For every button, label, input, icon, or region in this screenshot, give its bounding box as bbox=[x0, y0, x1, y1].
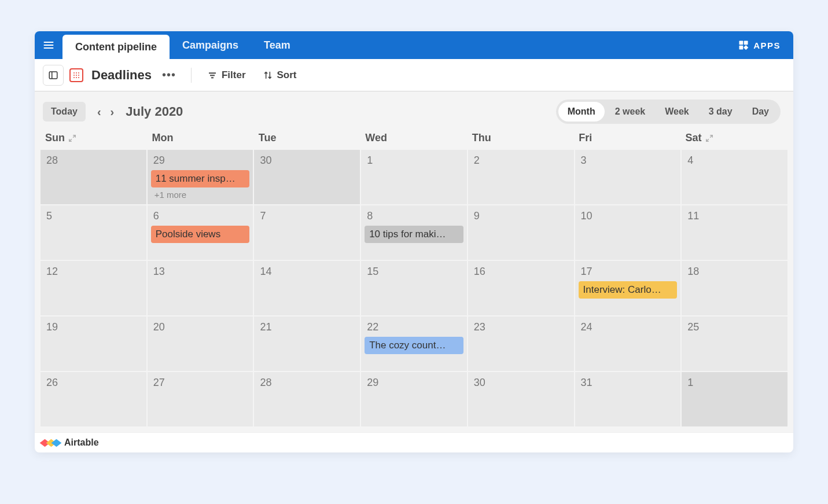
calendar-cell[interactable]: 7 bbox=[254, 205, 360, 260]
svg-rect-5 bbox=[739, 46, 744, 50]
calendar-cell[interactable]: 1 bbox=[682, 372, 787, 426]
view-mode-3day[interactable]: 3 day bbox=[700, 102, 742, 122]
day-number: 9 bbox=[472, 209, 571, 223]
calendar-cell[interactable]: 26 bbox=[41, 372, 146, 426]
svg-rect-4 bbox=[744, 41, 748, 45]
day-number: 28 bbox=[44, 153, 143, 168]
prev-month-button[interactable]: ‹ bbox=[94, 103, 105, 121]
calendar-cell[interactable]: 30 bbox=[254, 150, 360, 204]
day-number: 21 bbox=[257, 320, 356, 334]
day-number: 28 bbox=[257, 376, 356, 390]
calendar-cell[interactable]: 2911 summer insp…+1 more bbox=[148, 150, 253, 204]
calendar-cell[interactable]: 18 bbox=[682, 261, 787, 315]
calendar-cell[interactable]: 30 bbox=[468, 372, 574, 426]
day-number: 16 bbox=[472, 264, 571, 279]
view-options-button[interactable]: ••• bbox=[157, 68, 181, 82]
tab-bar: Content pipeline Campaigns Team bbox=[62, 31, 303, 59]
svg-rect-3 bbox=[739, 41, 744, 45]
dayname-header: Thu bbox=[468, 132, 574, 144]
calendar-cell[interactable]: 28 bbox=[41, 150, 146, 204]
day-number: 25 bbox=[685, 320, 784, 334]
day-number: 5 bbox=[44, 209, 143, 223]
view-name[interactable]: Deadlines bbox=[91, 68, 152, 83]
svg-rect-19 bbox=[211, 77, 214, 78]
today-button[interactable]: Today bbox=[43, 102, 86, 122]
calendar-cell[interactable]: 19 bbox=[41, 317, 146, 371]
view-mode-day[interactable]: Day bbox=[743, 102, 778, 122]
airtable-brand: Airtable bbox=[64, 437, 99, 448]
day-number: 1 bbox=[365, 153, 463, 168]
calendar-cell[interactable]: 14 bbox=[254, 261, 360, 315]
sort-button[interactable]: Sort bbox=[257, 66, 303, 84]
tab-team[interactable]: Team bbox=[251, 31, 303, 59]
calendar-event[interactable]: 10 tips for maki… bbox=[365, 226, 463, 243]
calendar-cell[interactable]: 28 bbox=[254, 372, 360, 426]
apps-button[interactable]: APPS bbox=[738, 31, 793, 59]
day-number: 2 bbox=[472, 153, 571, 168]
calendar-cell[interactable]: 22The cozy count… bbox=[361, 317, 467, 371]
hamburger-icon bbox=[43, 39, 54, 51]
calendar-cell[interactable]: 3 bbox=[575, 150, 681, 204]
calendar-event[interactable]: The cozy count… bbox=[365, 337, 463, 354]
day-number: 7 bbox=[257, 209, 356, 223]
calendar-cell[interactable]: 5 bbox=[41, 205, 146, 260]
calendar-cell[interactable]: 10 bbox=[575, 205, 681, 260]
footer: Airtable bbox=[35, 432, 793, 453]
calendar-cell[interactable]: 12 bbox=[41, 261, 146, 315]
day-number: 4 bbox=[685, 153, 784, 168]
day-number: 30 bbox=[472, 376, 571, 390]
filter-icon bbox=[208, 71, 217, 80]
view-mode-week[interactable]: Week bbox=[656, 102, 698, 122]
sidebar-toggle-button[interactable] bbox=[43, 65, 64, 86]
calendar-event[interactable]: Poolside views bbox=[151, 226, 250, 243]
calendar-event[interactable]: 11 summer insp… bbox=[151, 170, 250, 187]
svg-rect-6 bbox=[49, 72, 57, 79]
calendar-cell[interactable]: 4 bbox=[682, 150, 787, 204]
expand-icon bbox=[705, 134, 713, 142]
tab-content-pipeline[interactable]: Content pipeline bbox=[62, 35, 170, 59]
calendar-cell[interactable]: 1 bbox=[361, 150, 467, 204]
calendar-cell[interactable]: 13 bbox=[148, 261, 253, 315]
svg-point-8 bbox=[73, 72, 75, 73]
view-mode-month[interactable]: Month bbox=[558, 102, 605, 122]
calendar-cell[interactable]: 9 bbox=[468, 205, 574, 260]
calendar-cell[interactable]: 29 bbox=[361, 372, 467, 426]
filter-button[interactable]: Filter bbox=[202, 66, 252, 84]
calendar: SunMonTueWedThuFriSat 282911 summer insp… bbox=[35, 130, 793, 432]
day-number: 6 bbox=[151, 209, 250, 223]
svg-point-10 bbox=[78, 72, 79, 73]
calendar-cell[interactable]: 11 bbox=[682, 205, 787, 260]
calendar-cell[interactable]: 25 bbox=[682, 317, 787, 371]
day-number: 29 bbox=[151, 153, 250, 168]
menu-button[interactable] bbox=[35, 31, 62, 59]
calendar-cell[interactable]: 31 bbox=[575, 372, 681, 426]
svg-point-16 bbox=[78, 77, 79, 78]
day-number: 22 bbox=[365, 320, 463, 334]
dayname-header: Sun bbox=[41, 132, 147, 144]
svg-rect-18 bbox=[210, 75, 215, 76]
calendar-cell[interactable]: 15 bbox=[361, 261, 467, 315]
calendar-cell[interactable]: 17Interview: Carlo… bbox=[575, 261, 681, 315]
calendar-cell[interactable]: 27 bbox=[148, 372, 253, 426]
calendar-cell[interactable]: 6Poolside views bbox=[148, 205, 253, 260]
calendar-cell[interactable]: 20 bbox=[148, 317, 253, 371]
day-number: 31 bbox=[579, 376, 678, 390]
day-number: 30 bbox=[257, 153, 356, 168]
calendar-cell[interactable]: 16 bbox=[468, 261, 574, 315]
view-mode-2week[interactable]: 2 week bbox=[606, 102, 654, 122]
calendar-cell[interactable]: 24 bbox=[575, 317, 681, 371]
calendar-cell[interactable]: 21 bbox=[254, 317, 360, 371]
more-events-link[interactable]: +1 more bbox=[151, 187, 250, 200]
calendar-cell[interactable]: 23 bbox=[468, 317, 574, 371]
svg-rect-17 bbox=[209, 72, 216, 73]
calendar-cell[interactable]: 2 bbox=[468, 150, 574, 204]
calendar-event[interactable]: Interview: Carlo… bbox=[579, 281, 678, 299]
dayname-header: Sat bbox=[681, 132, 787, 144]
day-number: 11 bbox=[685, 209, 784, 223]
day-number: 15 bbox=[365, 264, 463, 279]
next-month-button[interactable]: › bbox=[107, 103, 118, 121]
tab-campaigns[interactable]: Campaigns bbox=[170, 31, 251, 59]
calendar-cell[interactable]: 810 tips for maki… bbox=[361, 205, 467, 260]
day-number: 26 bbox=[44, 376, 143, 390]
day-number: 20 bbox=[151, 320, 250, 334]
